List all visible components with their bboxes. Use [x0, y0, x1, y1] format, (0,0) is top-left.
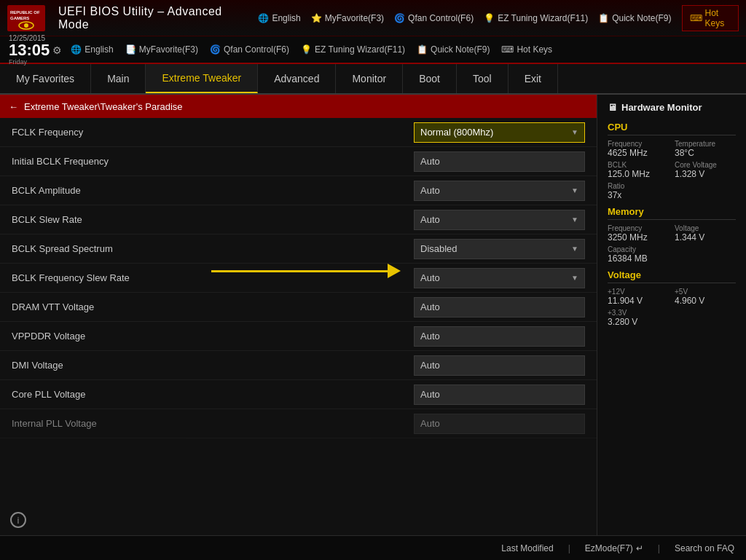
bclk-freq-slew-value[interactable]: Auto ▼ [414, 268, 585, 288]
capacity-value: 16384 MB [608, 253, 736, 264]
monitor-icon: 🖥 [608, 102, 617, 113]
ez-mode-btn[interactable]: EzMode(F7) ↵ [585, 543, 643, 553]
bclk-value: 125.0 MHz [608, 169, 669, 179]
fan-icon: 🌀 [394, 13, 405, 23]
main-content: ← Extreme Tweaker\Tweaker's Paradise FCL… [0, 95, 746, 535]
quick-note-btn[interactable]: 📋 Quick Note(F9) [598, 13, 671, 23]
dmi-label: DMI Voltage [12, 360, 414, 371]
initial-bclk-value[interactable]: Auto [414, 151, 585, 172]
logo-area: REPUBLIC OF GAMERS [7, 5, 45, 31]
mem-freq-value: 3250 MHz [608, 232, 669, 242]
tab-my-favorites[interactable]: My Favorites [0, 64, 91, 93]
last-modified-btn[interactable]: Last Modified [501, 543, 553, 553]
cpu-temp-label: Temperature [675, 140, 736, 148]
ez-tuning-tool[interactable]: 💡 EZ Tuning Wizard(F11) [301, 44, 405, 55]
v5-label: +5V [675, 288, 736, 296]
setting-bclk-slew-rate: BCLK Slew Rate Auto ▼ [0, 205, 597, 234]
datetime-display: 12/25/2015 13:05 ⚙ Friday [9, 34, 62, 66]
tab-monitor[interactable]: Monitor [336, 64, 403, 93]
breadcrumb-path: Extreme Tweaker\Tweaker's Paradise [24, 101, 183, 112]
svg-text:REPUBLIC OF: REPUBLIC OF [10, 10, 40, 15]
setting-bclk-amplitude: BCLK Amplitude Auto ▼ [0, 176, 597, 205]
datetime-tools: 🌐 English 📑 MyFavorite(F3) 🌀 Qfan Contro… [71, 44, 552, 55]
hot-keys-btn[interactable]: ⌨ Hot Keys [682, 5, 739, 31]
v12-block: +12V 11.904 V [608, 288, 669, 306]
tab-advanced[interactable]: Advanced [258, 64, 336, 93]
cpu-freq-value: 4625 MHz [608, 148, 669, 158]
bclk-slew-dropdown-icon: ▼ [571, 216, 578, 224]
settings-gear-icon[interactable]: ⚙ [52, 44, 62, 56]
hotkeys-tool[interactable]: ⌨ Hot Keys [501, 44, 552, 55]
cpu-temp-block: Temperature 38°C [675, 140, 736, 158]
v33-block: +3.3V 3.280 V [608, 309, 736, 327]
setting-internal-pll-voltage: Internal PLL Voltage Auto [0, 409, 597, 438]
tab-tool[interactable]: Tool [457, 64, 509, 93]
breadcrumb: ← Extreme Tweaker\Tweaker's Paradise [0, 95, 597, 118]
tab-extreme-tweaker[interactable]: Extreme Tweaker [146, 64, 258, 93]
svg-point-4 [24, 23, 28, 28]
v12-label: +12V [608, 288, 669, 296]
svg-text:GAMERS: GAMERS [10, 16, 29, 20]
ratio-label: Ratio [608, 182, 736, 190]
bclk-slew-label: BCLK Slew Rate [12, 214, 414, 225]
datetime-bar: 12/25/2015 13:05 ⚙ Friday 🌐 English 📑 My… [0, 36, 746, 64]
ez-tuning-btn[interactable]: 💡 EZ Tuning Wizard(F11) [484, 13, 588, 23]
mem-voltage-value: 1.344 V [675, 232, 736, 242]
setting-dram-vtt-voltage: DRAM VTT Voltage Auto [0, 293, 597, 322]
qfan-tool[interactable]: 🌀 Qfan Control(F6) [210, 44, 289, 55]
rog-logo-icon: REPUBLIC OF GAMERS [7, 5, 45, 31]
voltage-section-title: Voltage [608, 269, 736, 283]
dmi-value[interactable]: Auto [414, 355, 585, 376]
setting-initial-bclk: Initial BCLK Frequency Auto [0, 147, 597, 176]
ratio-block: Ratio 37x [608, 182, 736, 200]
bclk-block: BCLK 125.0 MHz [608, 161, 669, 179]
v5-value: 4.960 V [675, 296, 736, 306]
bclk-spread-value[interactable]: Disabled ▼ [414, 239, 585, 259]
bookmark-icon: 📑 [125, 44, 136, 55]
vppddr-label: VPPDDR Voltage [12, 331, 414, 342]
nav-tabs: My Favorites Main Extreme Tweaker Advanc… [0, 64, 746, 95]
v33-value: 3.280 V [608, 317, 736, 327]
back-arrow-icon[interactable]: ← [9, 101, 18, 112]
tab-main[interactable]: Main [91, 64, 146, 93]
core-voltage-value: 1.328 V [675, 169, 736, 179]
setting-vppddr-voltage: VPPDDR Voltage Auto [0, 322, 597, 351]
ez-mode-icon: ↵ [636, 543, 643, 553]
memory-section-title: Memory [608, 206, 736, 220]
quick-note-tool[interactable]: 📋 Quick Note(F9) [417, 44, 490, 55]
mem-voltage-block: Voltage 1.344 V [675, 224, 736, 242]
tab-exit[interactable]: Exit [509, 64, 558, 93]
star-icon: ⭐ [311, 13, 322, 23]
v5-block: +5V 4.960 V [675, 288, 736, 306]
myfavorite-btn[interactable]: ⭐ MyFavorite(F3) [311, 13, 384, 23]
core-pll-value[interactable]: Auto [414, 384, 585, 405]
initial-bclk-label: Initial BCLK Frequency [12, 156, 414, 167]
note-icon: 📋 [598, 13, 609, 23]
memory-grid: Frequency 3250 MHz Voltage 1.344 V [608, 224, 736, 242]
tab-boot[interactable]: Boot [403, 64, 457, 93]
cpu-grid: Frequency 4625 MHz Temperature 38°C BCLK… [608, 140, 736, 179]
hw-monitor-panel: 🖥 Hardware Monitor CPU Frequency 4625 MH… [597, 95, 746, 535]
bios-title: UEFI BIOS Utility – Advanced Mode [58, 5, 252, 31]
core-voltage-block: Core Voltage 1.328 V [675, 161, 736, 179]
left-panel: ← Extreme Tweaker\Tweaker's Paradise FCL… [0, 95, 597, 535]
cpu-section-title: CPU [608, 122, 736, 135]
cpu-freq-label: Frequency [608, 140, 669, 148]
bclk-amplitude-value[interactable]: Auto ▼ [414, 181, 585, 201]
bclk-slew-value[interactable]: Auto ▼ [414, 210, 585, 230]
language-selector[interactable]: 🌐 English [258, 13, 300, 23]
mem-freq-block: Frequency 3250 MHz [608, 224, 669, 242]
bclk-spread-dropdown-icon: ▼ [571, 245, 578, 253]
dram-vtt-value[interactable]: Auto [414, 297, 585, 318]
fclk-value[interactable]: Normal (800Mhz) ▼ [414, 122, 585, 143]
ratio-value: 37x [608, 190, 736, 200]
qfan-btn[interactable]: 🌀 Qfan Control(F6) [394, 13, 474, 23]
myfavorite-tool[interactable]: 📑 MyFavorite(F3) [125, 44, 198, 55]
info-area: i [0, 505, 597, 535]
language-tool[interactable]: 🌐 English [71, 44, 113, 55]
vppddr-value[interactable]: Auto [414, 326, 585, 347]
search-faq-btn[interactable]: Search on FAQ [675, 543, 734, 553]
internal-pll-value[interactable]: Auto [414, 414, 585, 434]
info-icon[interactable]: i [10, 512, 26, 528]
globe-icon: 🌐 [258, 13, 269, 23]
